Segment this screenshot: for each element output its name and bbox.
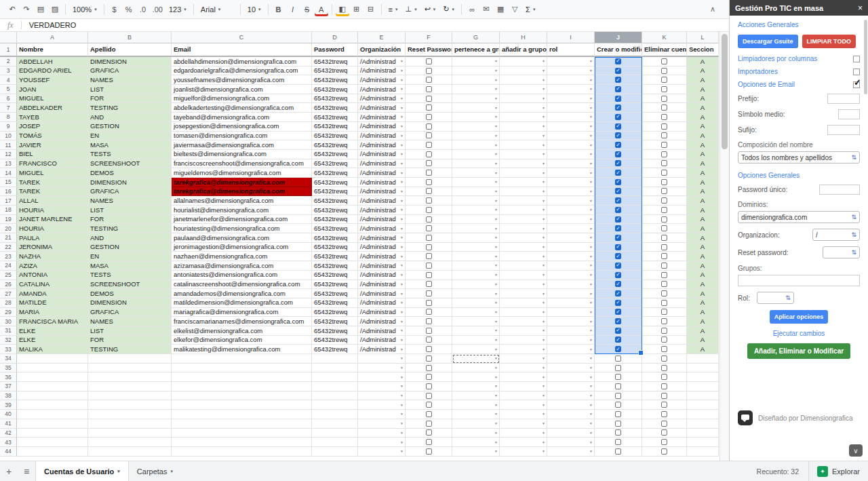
eliminar-cuenta-checkbox[interactable] bbox=[661, 290, 667, 296]
anadir-grupos-cell[interactable]: ▼ bbox=[500, 345, 547, 354]
dropdown-arrow-icon[interactable]: ▼ bbox=[494, 180, 498, 184]
crear-modificar-checkbox[interactable]: ✓ bbox=[615, 318, 621, 324]
dropdown-arrow-icon[interactable]: ▼ bbox=[400, 208, 403, 212]
sidebar-scrollbar[interactable] bbox=[863, 16, 868, 461]
eliminar-cuenta-checkbox[interactable] bbox=[661, 104, 667, 111]
horizontal-align-menu[interactable]: ≡▾ bbox=[385, 3, 401, 16]
dropdown-arrow-icon[interactable]: ▼ bbox=[494, 60, 498, 63]
crear-modificar-checkbox[interactable]: ✓ bbox=[615, 309, 621, 315]
all-sheets-button[interactable]: ≡ bbox=[18, 461, 35, 481]
pertenece-grupo-cell[interactable]: ▼ bbox=[452, 94, 500, 104]
reset-password-checkbox[interactable] bbox=[426, 328, 432, 334]
decrease-decimal-icon[interactable]: .0 bbox=[136, 3, 150, 16]
rol-cell[interactable]: ▼ bbox=[547, 75, 595, 85]
dropdown-arrow-icon[interactable]: ▼ bbox=[589, 254, 593, 258]
anadir-grupos-cell[interactable]: ▼ bbox=[500, 438, 547, 447]
crear-modificar-checkbox[interactable]: ✓ bbox=[615, 272, 621, 278]
anadir-grupos-cell[interactable]: ▼ bbox=[500, 159, 547, 169]
dropdown-arrow-icon[interactable]: ▼ bbox=[542, 208, 545, 212]
eliminar-cuenta-checkbox[interactable] bbox=[661, 132, 667, 138]
reset-password-checkbox[interactable] bbox=[426, 300, 432, 306]
reset-password-checkbox[interactable] bbox=[426, 170, 432, 176]
column-header-B[interactable]: B bbox=[88, 32, 172, 43]
tab-carpetas[interactable]: Carpetas ▾ bbox=[129, 461, 181, 481]
crear-modificar-checkbox[interactable] bbox=[615, 448, 621, 455]
eliminar-cuenta-checkbox[interactable] bbox=[661, 86, 667, 92]
organizacion-cell[interactable]: /Administrad▼ bbox=[358, 280, 406, 290]
pertenece-grupo-cell[interactable]: ▼ bbox=[452, 233, 500, 243]
anadir-grupos-cell[interactable]: ▼ bbox=[500, 187, 547, 197]
organizacion-cell[interactable]: ▼ bbox=[358, 364, 406, 373]
organizacion-cell[interactable]: /Administrad▼ bbox=[358, 261, 406, 271]
dropdown-arrow-icon[interactable]: ▼ bbox=[494, 134, 498, 137]
eliminar-cuenta-checkbox[interactable] bbox=[661, 225, 667, 231]
dropdown-arrow-icon[interactable]: ▼ bbox=[542, 412, 545, 416]
rol-cell[interactable]: ▼ bbox=[547, 178, 595, 187]
pertenece-grupo-cell[interactable]: ▼ bbox=[452, 57, 500, 66]
eliminar-cuenta-checkbox[interactable] bbox=[661, 96, 667, 102]
organizacion-cell[interactable]: ▼ bbox=[358, 354, 406, 364]
dropdown-arrow-icon[interactable]: ▼ bbox=[494, 282, 498, 286]
dropdown-arrow-icon[interactable]: ▼ bbox=[400, 385, 403, 388]
dropdown-arrow-icon[interactable]: ▼ bbox=[400, 60, 403, 63]
dropdown-arrow-icon[interactable]: ▼ bbox=[400, 236, 403, 239]
dropdown-arrow-icon[interactable]: ▼ bbox=[542, 254, 545, 258]
column-header-K[interactable]: K bbox=[642, 32, 687, 43]
anadir-grupos-cell[interactable]: ▼ bbox=[500, 168, 547, 178]
rol-cell[interactable]: ▼ bbox=[547, 261, 595, 271]
eliminar-cuenta-checkbox[interactable] bbox=[661, 365, 667, 371]
column-header-H[interactable]: H bbox=[500, 32, 547, 43]
header-cell-E[interactable]: Organización bbox=[358, 43, 406, 57]
close-icon[interactable]: × bbox=[858, 3, 863, 13]
dropdown-arrow-icon[interactable]: ▼ bbox=[542, 310, 545, 313]
row-number-13[interactable]: 13 bbox=[0, 159, 17, 169]
prefijo-input[interactable] bbox=[827, 94, 860, 104]
row-number-19[interactable]: 19 bbox=[0, 215, 17, 225]
dropdown-arrow-icon[interactable]: ▼ bbox=[542, 134, 545, 137]
dropdown-arrow-icon[interactable]: ▼ bbox=[589, 412, 593, 416]
dropdown-arrow-icon[interactable]: ▼ bbox=[494, 431, 498, 434]
reset-password-checkbox[interactable] bbox=[426, 429, 432, 436]
dropdown-arrow-icon[interactable]: ▼ bbox=[400, 69, 403, 73]
rol-cell[interactable]: ▼ bbox=[547, 419, 595, 429]
pertenece-grupo-cell[interactable]: ▼ bbox=[452, 261, 500, 271]
anadir-grupos-cell[interactable]: ▼ bbox=[500, 178, 547, 187]
dropdown-arrow-icon[interactable]: ▼ bbox=[542, 236, 545, 239]
row-number-28[interactable]: 28 bbox=[0, 299, 17, 308]
eliminar-cuenta-checkbox[interactable] bbox=[661, 429, 667, 436]
dropdown-arrow-icon[interactable]: ▼ bbox=[400, 338, 403, 341]
organizacion-cell[interactable]: ▼ bbox=[358, 382, 406, 391]
dropdown-arrow-icon[interactable]: ▼ bbox=[494, 440, 498, 444]
filter-icon[interactable]: ▽ bbox=[508, 3, 521, 16]
insert-comment-icon[interactable]: ✉ bbox=[479, 3, 493, 16]
dropdown-arrow-icon[interactable]: ▼ bbox=[400, 218, 403, 221]
organizacion-cell[interactable]: /Administrad▼ bbox=[358, 289, 406, 299]
crear-modificar-checkbox[interactable]: ✓ bbox=[615, 244, 621, 250]
dropdown-arrow-icon[interactable]: ▼ bbox=[400, 78, 403, 81]
dropdown-arrow-icon[interactable]: ▼ bbox=[400, 246, 403, 249]
limpiar-todo-button[interactable]: LIMPIAR TODO bbox=[802, 35, 856, 48]
pertenece-grupo-cell[interactable]: ▼ bbox=[452, 243, 500, 252]
anadir-grupos-cell[interactable]: ▼ bbox=[500, 410, 547, 419]
reset-password-checkbox[interactable] bbox=[426, 86, 432, 92]
eliminar-cuenta-checkbox[interactable] bbox=[661, 272, 667, 278]
dropdown-arrow-icon[interactable]: ▼ bbox=[400, 403, 403, 406]
pertenece-grupo-cell[interactable]: ▼ bbox=[452, 336, 500, 345]
dropdown-arrow-icon[interactable]: ▼ bbox=[400, 115, 403, 119]
eliminar-cuenta-checkbox[interactable] bbox=[661, 142, 667, 148]
organizacion-cell[interactable]: /Administrad▼ bbox=[358, 206, 406, 215]
rol-cell[interactable]: ▼ bbox=[547, 289, 595, 299]
organizacion-cell[interactable]: /Administrad▼ bbox=[358, 75, 406, 85]
anadir-grupos-cell[interactable]: ▼ bbox=[500, 233, 547, 243]
dropdown-arrow-icon[interactable]: ▼ bbox=[542, 301, 545, 305]
tab-cuentas-de-usuario[interactable]: Cuentas de Usuario ▾ bbox=[35, 461, 129, 481]
composicion-select[interactable]: Todos los nombres y apellidos ⇅ bbox=[738, 151, 860, 163]
anadir-eliminar-modificar-button[interactable]: Añadir, Eliminar o Modificar bbox=[747, 343, 850, 359]
dropdown-arrow-icon[interactable]: ▼ bbox=[589, 78, 593, 81]
dropdown-arrow-icon[interactable]: ▼ bbox=[400, 292, 403, 295]
row-number-22[interactable]: 22 bbox=[0, 243, 17, 252]
dropdown-arrow-icon[interactable]: ▼ bbox=[589, 273, 593, 277]
eliminar-cuenta-checkbox[interactable] bbox=[661, 309, 667, 315]
crear-modificar-checkbox[interactable]: ✓ bbox=[615, 253, 621, 259]
grupos-input[interactable] bbox=[738, 275, 860, 286]
